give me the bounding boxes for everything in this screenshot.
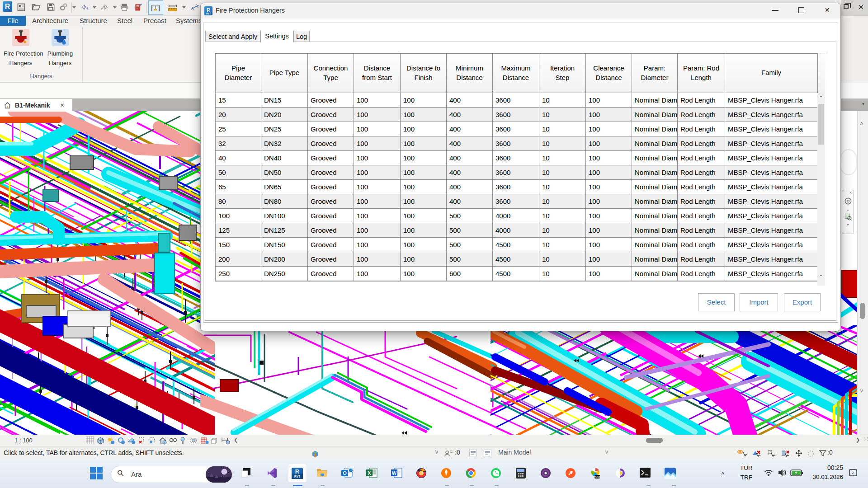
- svg-text:X: X: [368, 470, 371, 476]
- svg-text:R: R: [295, 468, 300, 475]
- svg-text:O: O: [343, 470, 347, 476]
- svg-text:W: W: [392, 470, 397, 476]
- svg-text:M365: M365: [594, 475, 600, 478]
- svg-text:Z: Z: [852, 471, 854, 475]
- svg-text:RVT: RVT: [294, 475, 300, 478]
